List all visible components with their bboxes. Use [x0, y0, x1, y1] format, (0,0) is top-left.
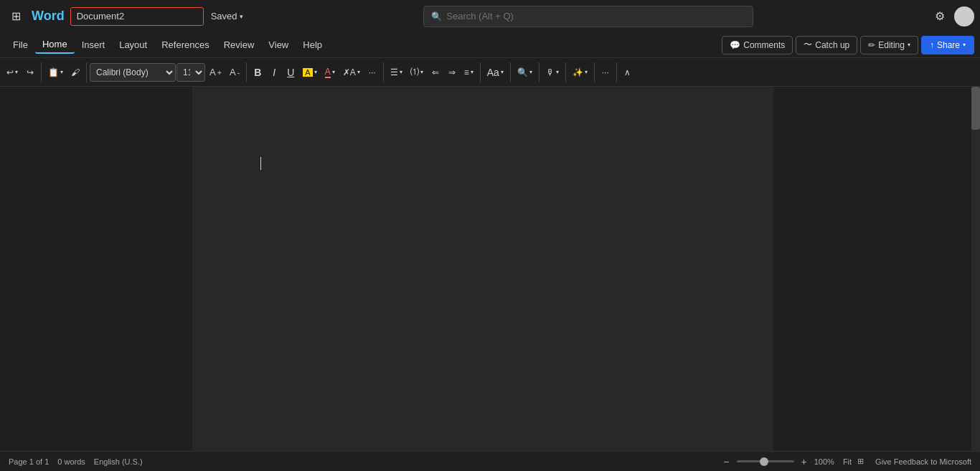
copilot-button[interactable]: ✨ ▾ — [569, 62, 591, 82]
search-input[interactable] — [446, 11, 745, 22]
menu-item-insert[interactable]: Insert — [75, 37, 113, 53]
undo-redo-group: ↩ ▾ ↪ — [3, 62, 42, 82]
left-margin — [0, 87, 192, 451]
zoom-fit-icon[interactable]: ⊞ — [857, 457, 864, 466]
undo-icon: ↩ — [6, 67, 14, 77]
text-cursor — [260, 157, 261, 170]
right-margin — [773, 87, 980, 451]
increase-indent-button[interactable]: ⇒ — [444, 62, 460, 82]
menu-item-help[interactable]: Help — [296, 37, 329, 53]
font-size-selector[interactable]: 11 — [176, 63, 205, 82]
title-bar: ⊞ Word Saved ▾ 🔍 ⚙ — [0, 0, 980, 32]
clear-format-icon: ✗A — [343, 67, 356, 77]
menu-item-layout[interactable]: Layout — [112, 37, 154, 53]
increase-indent-icon: ⇒ — [448, 67, 456, 77]
decrease-indent-button[interactable]: ⇐ — [428, 62, 443, 82]
menu-item-file[interactable]: File — [6, 37, 35, 53]
font-color-button[interactable]: A ▾ — [321, 62, 339, 82]
content-area — [0, 87, 980, 451]
decrease-indent-icon: ⇐ — [432, 67, 439, 77]
style-button[interactable]: Aa ▾ — [484, 62, 507, 82]
document-title-input[interactable] — [70, 7, 204, 26]
waffle-icon[interactable]: ⊞ — [6, 6, 26, 27]
search-bar: 🔍 — [265, 6, 913, 27]
menu-right: 💬 Comments 〜 Catch up ✏ Editing ▾ ↑ Shar… — [722, 36, 974, 54]
overflow-button[interactable]: ··· — [598, 62, 613, 82]
bold-button[interactable]: B — [250, 62, 265, 82]
menu-bar: File Home Insert Layout References Revie… — [0, 32, 980, 58]
align-button[interactable]: ≡ ▾ — [461, 62, 477, 82]
page-info: Page 1 of 1 — [9, 457, 49, 466]
fit-label[interactable]: Fit — [843, 457, 852, 466]
title-bar-right: ⚙ — [930, 6, 974, 27]
menu-item-view[interactable]: View — [261, 37, 296, 53]
overflow-group: ··· — [598, 62, 617, 82]
dictate-group: 🎙 ▾ — [542, 62, 566, 82]
document-canvas[interactable] — [192, 87, 773, 451]
align-icon: ≡ — [464, 67, 469, 77]
highlight-button[interactable]: A ▾ — [299, 62, 320, 82]
menu-item-references[interactable]: References — [154, 37, 216, 53]
find-button[interactable]: 🔍 ▾ — [514, 62, 536, 82]
comments-icon: 💬 — [730, 40, 740, 50]
find-icon: 🔍 — [517, 67, 528, 77]
comments-button[interactable]: 💬 Comments — [722, 36, 793, 54]
search-input-wrapper: 🔍 — [423, 6, 753, 27]
catchup-button[interactable]: 〜 Catch up — [796, 36, 857, 54]
decrease-font-button[interactable]: A- — [226, 62, 243, 82]
font-group: Calibri (Body) 11 A+ A- — [90, 62, 247, 82]
find-group: 🔍 ▾ — [514, 62, 540, 82]
editing-button[interactable]: ✏ Editing ▾ — [860, 36, 918, 54]
app-name: Word — [32, 9, 65, 24]
more-format-button[interactable]: ··· — [364, 62, 380, 82]
avatar[interactable] — [954, 6, 974, 27]
zoom-in-button[interactable]: + — [800, 456, 809, 467]
italic-button[interactable]: I — [266, 62, 282, 82]
feedback-label[interactable]: Give Feedback to Microsoft — [875, 457, 971, 466]
font-color-icon: A — [325, 67, 331, 78]
status-right: − + 100% Fit ⊞ Give Feedback to Microsof… — [722, 456, 971, 467]
copilot-icon: ✨ — [573, 67, 583, 77]
highlight-icon: A — [303, 68, 312, 77]
microphone-icon: 🎙 — [546, 67, 555, 77]
bullets-button[interactable]: ☰ ▾ — [387, 62, 406, 82]
numbering-button[interactable]: ⑴ ▾ — [407, 62, 427, 82]
status-bar: Page 1 of 1 0 words English (U.S.) − + 1… — [0, 451, 980, 471]
collapse-button[interactable]: ∧ — [620, 62, 636, 82]
share-button[interactable]: ↑ Share ▾ — [921, 36, 974, 54]
numbering-icon: ⑴ — [410, 66, 419, 78]
clipboard-button[interactable]: 📋 ▾ — [44, 62, 67, 82]
undo-button[interactable]: ↩ ▾ — [3, 62, 22, 82]
collapse-group: ∧ — [620, 62, 639, 82]
styles-group: Aa ▾ — [484, 62, 511, 82]
word-count: 0 words — [57, 457, 85, 466]
redo-button[interactable]: ↪ — [22, 62, 38, 82]
toolbar: ↩ ▾ ↪ 📋 ▾ 🖌 Calibri (Body) 11 A+ A- B — [0, 58, 980, 87]
scrollbar-thumb[interactable] — [971, 87, 980, 130]
bullets-icon: ☰ — [390, 67, 398, 77]
dictate-button[interactable]: 🎙 ▾ — [542, 62, 562, 82]
redo-icon: ↪ — [27, 67, 34, 77]
pencil-icon: ✏ — [868, 40, 875, 50]
underline-button[interactable]: U — [283, 62, 298, 82]
settings-icon[interactable]: ⚙ — [930, 6, 950, 27]
vertical-scrollbar[interactable] — [971, 87, 980, 451]
catchup-icon: 〜 — [804, 39, 812, 51]
menu-item-review[interactable]: Review — [217, 37, 262, 53]
clipboard-group: 📋 ▾ 🖌 — [44, 62, 87, 82]
increase-font-button[interactable]: A+ — [206, 62, 225, 82]
zoom-percent: 100% — [814, 457, 834, 466]
saved-button[interactable]: Saved ▾ — [207, 9, 248, 23]
style-icon: Aa — [487, 67, 499, 78]
clear-format-button[interactable]: ✗A ▾ — [339, 62, 364, 82]
zoom-out-button[interactable]: − — [722, 456, 730, 467]
menu-item-home[interactable]: Home — [35, 36, 75, 54]
search-icon: 🔍 — [431, 11, 442, 22]
copilot-group: ✨ ▾ — [569, 62, 595, 82]
format-painter-button[interactable]: 🖌 — [67, 62, 83, 82]
language-info: English (U.S.) — [94, 457, 143, 466]
zoom-slider[interactable] — [737, 460, 794, 462]
format-painter-icon: 🖌 — [71, 67, 80, 77]
clipboard-icon: 📋 — [48, 67, 59, 77]
font-selector[interactable]: Calibri (Body) — [90, 63, 176, 82]
